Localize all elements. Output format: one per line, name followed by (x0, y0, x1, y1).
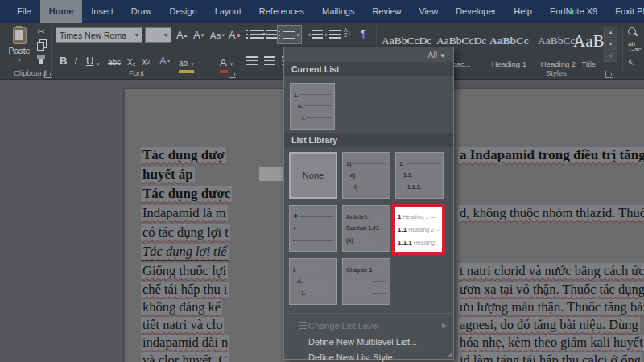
highlight-color-button[interactable]: ab▾ (179, 57, 194, 71)
preview-trailing-mark: : (436, 240, 438, 245)
tab-mailings[interactable]: Mailings (313, 0, 363, 23)
text-effects-button[interactable]: A▾ (159, 55, 170, 68)
preview-row: Heading 3 (346, 290, 386, 297)
list-style-decimal[interactable]: 1.1.1.1.1.1. (395, 152, 444, 199)
current-list-preview[interactable]: 1.a.i. (290, 83, 335, 130)
text-fragment-left[interactable]: indapamid dài n (141, 335, 229, 351)
align-center-button[interactable] (264, 56, 275, 65)
font-color-button[interactable]: A▾ (220, 56, 233, 71)
show-marks-button[interactable]: ¶ (361, 27, 366, 39)
style-chip-title[interactable]: AaBTitle (573, 27, 605, 68)
style-label: Heading 2 (541, 60, 576, 68)
text-fragment-left[interactable]: không đáng kể (141, 299, 222, 315)
list-style-chapter[interactable]: Chapter 1HeaHeading 2Heading 3 (342, 258, 390, 305)
select-icon[interactable]: ↖ (628, 58, 634, 67)
preview-row: 1.Heading (301, 290, 333, 297)
list-style-bullets[interactable]: ❖➢• (289, 205, 337, 252)
text-fragment-left[interactable]: Giống thuốc lợi (141, 263, 228, 279)
multilevel-list-button[interactable]: ▾ (277, 25, 302, 44)
clear-formatting-button[interactable]: A (229, 29, 240, 42)
text-fragment-right[interactable]: id làm tăng tái hấp thu calci ở ống (458, 352, 642, 362)
find-icon[interactable] (628, 27, 636, 35)
tab-home[interactable]: Home (40, 0, 83, 23)
preview-heading-text: Heading 2 (346, 278, 370, 284)
tab-endnote-x9[interactable]: EndNote X9 (541, 0, 606, 23)
tab-insert[interactable]: Insert (82, 0, 122, 23)
list-style-article-section[interactable]: Article I.HeadiSection 1.01(a)Heading 3 (342, 205, 390, 252)
styles-scroll-down[interactable]: ▾ (604, 39, 617, 50)
text-fragment-left[interactable]: Tác dụng lợi tiể (141, 244, 229, 261)
preview-heading-text: Headi (370, 214, 384, 220)
text-fragment-right[interactable]: d, không thuộc nhóm thiazid. Thuốc (458, 205, 644, 221)
italic-button[interactable]: I (74, 55, 77, 68)
resize-grip[interactable]: ◢ (447, 351, 452, 358)
preview-number: a. (298, 103, 303, 109)
font-name-combo[interactable]: Times New Roma ▾ (56, 27, 142, 43)
text-fragment-left[interactable]: tiết natri và clo (141, 317, 224, 333)
text-fragment-left[interactable]: Indapamid là m (141, 205, 228, 221)
styles-scroll-up[interactable]: ▴ (604, 27, 617, 38)
shrink-font-button[interactable]: A▾ (193, 29, 204, 42)
menu-item-define-new-list-style[interactable]: Define New List Style... (284, 349, 453, 362)
text-fragment-right[interactable]: hóa nhẹ, kèm theo giảm kali huyết (458, 335, 644, 351)
text-fragment-left[interactable]: Tác dụng dược (141, 186, 232, 202)
preview-number: 1. (294, 92, 299, 97)
group-separator (241, 26, 242, 72)
menu-item-label: Define New Multilevel List... (308, 337, 417, 347)
align-left-button[interactable] (246, 56, 258, 65)
text-fragment-right[interactable]: t natri clorid và nước bằng cách ức (458, 263, 644, 279)
preview-number: Article I. (346, 214, 369, 220)
menu-item-define-new-multilevel-list[interactable]: Define New Multilevel List... (284, 334, 453, 349)
underline-button[interactable]: U (86, 55, 93, 68)
list-style-parenthesis[interactable]: 1)a)i) (342, 152, 390, 199)
styles-dialog-launcher[interactable] (605, 71, 613, 78)
text-fragment-left[interactable]: huyết áp (141, 167, 195, 183)
list-style-none[interactable]: None (289, 152, 337, 199)
preview-dash-line (296, 240, 333, 241)
tab-layout[interactable]: Layout (206, 0, 250, 23)
paste-button[interactable]: Paste ▾ (5, 26, 34, 68)
preview-row: 1.1.1. (407, 184, 440, 191)
preview-row: Chapter 1Hea (346, 266, 386, 273)
text-fragment-left[interactable]: Tác dụng dượ (141, 147, 226, 163)
tab-help[interactable]: Help (505, 0, 541, 23)
text-fragment-right[interactable]: a Indapamid trong điều trị tăng (458, 147, 644, 163)
text-fragment-right[interactable]: agnesi, do đó tăng bài niệu. Dùng (458, 317, 640, 333)
decrease-indent-button[interactable]: ◂ (308, 30, 323, 39)
font-size-combo[interactable]: ▾ (145, 27, 171, 43)
text-fragment-left[interactable]: và clor huyết. C (141, 352, 229, 362)
tab-developer[interactable]: Developer (447, 0, 505, 23)
tab-draw[interactable]: Draw (122, 0, 161, 23)
all-filter[interactable]: All ▼ (427, 50, 446, 60)
increase-indent-button[interactable]: ▸ (325, 30, 341, 39)
strikethrough-button[interactable]: abc (108, 56, 121, 69)
subscript-button[interactable]: X₂ (127, 56, 136, 69)
text-fragment-right[interactable]: ưu lượng máu thận. Thuốc tăng bài (458, 299, 644, 315)
preview-trailing-mark: – (436, 227, 439, 232)
tab-references[interactable]: References (250, 0, 313, 23)
paste-dropdown-arrow[interactable]: ▾ (18, 57, 21, 64)
text-fragment-left[interactable]: có tác dụng lợi t (141, 224, 230, 241)
sort-button[interactable]: AZ ↓ (344, 28, 351, 38)
tab-view[interactable]: View (410, 0, 447, 23)
tab-foxit-pdf[interactable]: Foxit PDF (606, 0, 644, 23)
change-case-button[interactable]: Aa▾ (210, 29, 225, 42)
superscript-button[interactable]: X² (142, 56, 150, 69)
replace-icon[interactable]: ab→ac (628, 41, 641, 52)
tab-design[interactable]: Design (160, 0, 205, 23)
cut-icon[interactable]: ✂ (37, 27, 44, 36)
underline-dropdown[interactable]: ▾ (97, 58, 100, 71)
bold-button[interactable]: B (60, 55, 67, 68)
tab-file[interactable]: File (8, 0, 40, 23)
list-style-heading-numbered-highlighted[interactable]: 1Heading 1—1.1Heading 2–1.1.1Heading: (392, 204, 445, 255)
copy-icon[interactable] (38, 41, 45, 50)
font-dialog-launcher[interactable] (229, 71, 236, 78)
text-fragment-right[interactable]: ươn xa tại vỏ thận. Thuốc tác dụng (458, 282, 644, 298)
tab-review[interactable]: Review (363, 0, 410, 23)
grow-font-button[interactable]: A▴ (176, 29, 187, 42)
list-style-legal-heading[interactable]: I.Heading 1—A.Heading 21.Heading (289, 258, 337, 305)
styles-gallery-expand[interactable]: ▿ (604, 51, 617, 62)
text-fragment-left[interactable]: chế tái hấp thu i (141, 282, 229, 298)
format-painter-icon[interactable] (39, 55, 43, 64)
style-chip-heading-1[interactable]: AaBbCcHeading 1 (489, 27, 529, 68)
